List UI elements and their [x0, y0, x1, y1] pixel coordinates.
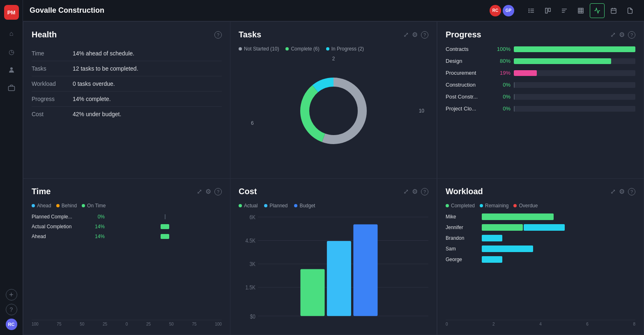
workload-completed-bar	[482, 224, 523, 231]
progress-row-label: Design	[446, 58, 491, 64]
svg-point-5	[529, 9, 529, 9]
cost-help-icon[interactable]: ?	[421, 188, 428, 195]
sidebar-icon-add[interactable]: +	[6, 289, 17, 301]
workload-row-name: Sam	[446, 246, 478, 252]
time-legend-item: Ahead	[32, 203, 51, 209]
donut-chart: 2 10 6	[239, 52, 428, 170]
workload-row: Sam	[446, 246, 635, 252]
dashboard-view-btn[interactable]	[590, 3, 605, 18]
page-title: Govalle Construction	[30, 6, 485, 15]
time-legend: AheadBehindOn Time	[32, 203, 222, 209]
workload-row-name: Brandon	[446, 235, 478, 241]
tasks-expand-icon[interactable]: ⤢	[403, 31, 409, 39]
workload-completed-bar	[482, 213, 554, 220]
avatar-rc[interactable]: RC	[490, 5, 501, 16]
sidebar-icon-home[interactable]: ⌂	[4, 26, 19, 41]
progress-bar-track	[514, 106, 635, 112]
progress-settings-icon[interactable]: ⚙	[619, 31, 625, 39]
workload-help-icon[interactable]: ?	[628, 188, 635, 195]
tasks-panel: Tasks ⤢ ⚙ ? Not Started (10)Complete (6)…	[230, 21, 437, 178]
tasks-settings-icon[interactable]: ⚙	[412, 31, 418, 39]
workload-bars	[482, 224, 635, 231]
cost-expand-icon[interactable]: ⤢	[403, 188, 409, 195]
svg-rect-9	[548, 8, 550, 11]
svg-rect-1	[8, 86, 14, 91]
sidebar-icon-people[interactable]	[4, 62, 19, 77]
svg-rect-35	[300, 269, 324, 316]
health-row: Progress14% complete.	[32, 92, 222, 107]
health-row: Time14% ahead of schedule.	[32, 46, 222, 61]
app-logo[interactable]: PM	[4, 5, 19, 20]
workload-legend-item: Completed	[446, 203, 475, 209]
time-row-pct: 14%	[88, 224, 105, 229]
time-title: Time	[32, 187, 51, 196]
donut-label-left: 6	[251, 120, 254, 126]
time-row: Actual Completion 14%	[32, 223, 222, 230]
progress-row-label: Post Constr...	[446, 94, 491, 100]
sidebar-icon-clock[interactable]: ◷	[4, 44, 19, 59]
workload-legend-item: Overdue	[513, 203, 538, 209]
workload-axis-label: 4	[539, 322, 542, 326]
progress-help-icon[interactable]: ?	[628, 31, 635, 39]
toolbar	[524, 3, 637, 18]
health-row-label: Tasks	[32, 61, 73, 76]
health-row-label: Cost	[32, 107, 73, 122]
avatar-group: RC GP	[490, 5, 514, 16]
tasks-help-icon[interactable]: ?	[421, 31, 428, 39]
workload-legend: CompletedRemainingOverdue	[446, 203, 635, 209]
svg-text:$0: $0	[250, 313, 255, 320]
timeline-view-btn[interactable]	[557, 3, 572, 18]
time-legend-item: On Time	[82, 203, 106, 209]
health-help-icon[interactable]: ?	[214, 31, 222, 39]
svg-text:1.5K: 1.5K	[246, 284, 256, 291]
workload-row: Mike	[446, 213, 635, 220]
time-help-icon[interactable]: ?	[214, 188, 222, 195]
cost-settings-icon[interactable]: ⚙	[412, 188, 418, 195]
progress-bar-track	[514, 46, 635, 52]
progress-bar-track	[514, 58, 635, 64]
progress-row-pct: 80%	[494, 58, 511, 64]
svg-point-6	[529, 10, 529, 11]
user-avatar[interactable]: RC	[6, 319, 17, 330]
main-content: Govalle Construction RC GP	[23, 0, 644, 335]
table-view-btn[interactable]	[573, 3, 588, 18]
doc-view-btn[interactable]	[623, 3, 637, 18]
list-view-btn[interactable]	[524, 3, 539, 18]
workload-expand-icon[interactable]: ⤢	[610, 188, 616, 195]
time-expand-icon[interactable]: ⤢	[197, 188, 202, 195]
legend-label: In Progress (2)	[331, 46, 364, 52]
health-panel-icons: ?	[214, 31, 222, 39]
workload-legend-item: Remaining	[480, 203, 508, 209]
workload-bars	[482, 256, 635, 263]
progress-panel: Progress ⤢ ⚙ ? Contracts 100% Design 80%…	[437, 21, 644, 178]
calendar-view-btn[interactable]	[606, 3, 621, 18]
avatar-gp[interactable]: GP	[503, 5, 514, 16]
time-axis-label: 0	[126, 322, 128, 326]
health-row-value: 14% complete.	[73, 92, 222, 107]
cost-panel-header: Cost ⤢ ⚙ ?	[239, 187, 428, 196]
sidebar-icon-help[interactable]: ?	[6, 304, 17, 315]
sidebar-icon-briefcase[interactable]	[4, 80, 19, 95]
cost-legend-item: Budget	[294, 203, 315, 209]
progress-expand-icon[interactable]: ⤢	[610, 31, 616, 39]
legend-label: Not Started (10)	[244, 46, 279, 52]
progress-row-pct: 0%	[494, 94, 511, 100]
time-legend-item: Behind	[56, 203, 77, 209]
board-view-btn[interactable]	[540, 3, 555, 18]
donut-label-top: 2	[332, 56, 335, 62]
health-row-label: Workload	[32, 76, 73, 92]
donut-label-right: 10	[419, 108, 424, 114]
svg-rect-18	[611, 8, 616, 13]
progress-rows: Contracts 100% Design 80% Procurement 19…	[446, 46, 635, 117]
cost-chart-svg: 6K 4.5K 3K 1.5K $0	[239, 212, 428, 326]
time-row: Planned Comple... 0%	[32, 213, 222, 220]
time-row-pct: 0%	[88, 214, 105, 220]
progress-row-pct: 0%	[494, 82, 511, 88]
workload-bars	[482, 213, 635, 220]
time-settings-icon[interactable]: ⚙	[205, 188, 211, 195]
workload-settings-icon[interactable]: ⚙	[619, 188, 625, 195]
workload-row: Jennifer	[446, 224, 635, 231]
svg-rect-37	[353, 224, 377, 316]
svg-text:6K: 6K	[249, 214, 255, 220]
cost-panel-icons: ⤢ ⚙ ?	[403, 188, 428, 195]
